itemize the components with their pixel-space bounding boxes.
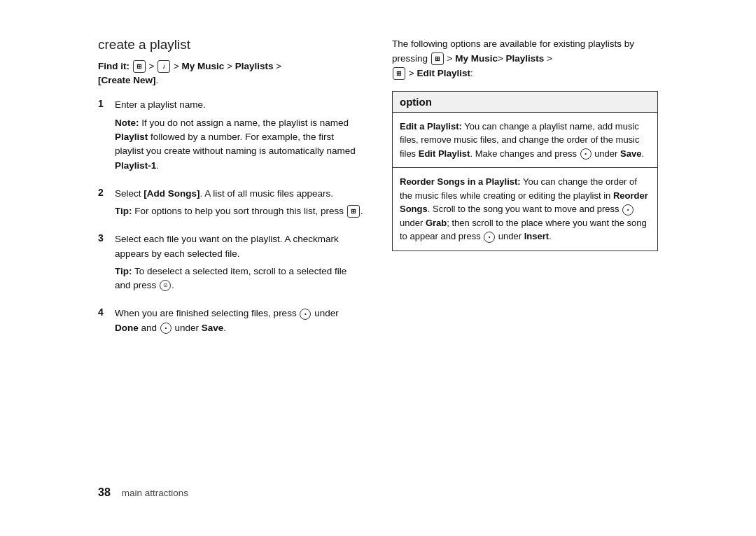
options-header: option xyxy=(393,92,657,113)
done-label: Done xyxy=(115,323,139,333)
find-it-label: Find it: xyxy=(98,61,130,71)
my-music-label: My Music xyxy=(182,61,225,71)
menu-icon-tip: ⊞ xyxy=(347,205,360,218)
step-2-num: 2 xyxy=(98,187,109,198)
playlist-bold: Playlist xyxy=(115,132,148,142)
note-label: Note: xyxy=(115,118,139,128)
tip3-label: Tip: xyxy=(115,266,132,276)
reorder-bold: Reorder Songs xyxy=(400,190,648,215)
step-1: 1 Enter a playlist name. Note: If you do… xyxy=(98,98,364,180)
edit-playlist-title: Edit a Playlist: xyxy=(400,121,462,132)
grab-bold: Grab xyxy=(426,218,447,228)
step-3-tip: Tip: To deselect a selected item, scroll… xyxy=(115,265,364,293)
menu-icon-right: ⊞ xyxy=(431,52,444,65)
option-row-reorder: Reorder Songs in a Playlist: You can cha… xyxy=(393,168,657,251)
edit-playlist-right: Edit Playlist xyxy=(416,68,470,78)
footer-label: main attractions xyxy=(122,488,188,498)
music-icon: ♪ xyxy=(158,60,170,73)
left-column: create a playlist Find it: ⊞ > ♪ > My Mu… xyxy=(98,37,364,499)
page-title: create a playlist xyxy=(98,37,364,52)
dot-btn-grab: • xyxy=(622,204,634,216)
footer-bar: 38 main attractions xyxy=(98,472,364,499)
save-label: Save xyxy=(202,323,224,333)
save-ep: Save xyxy=(620,148,641,159)
right-column: The following options are available for … xyxy=(392,37,658,499)
step-2-content: Select [Add Songs]. A list of all music … xyxy=(115,187,364,226)
step-2: 2 Select [Add Songs]. A list of all musi… xyxy=(98,187,364,226)
step-2-tip: Tip: For options to help you sort throug… xyxy=(115,204,364,218)
step-4: 4 When you are finished selecting files,… xyxy=(98,306,364,335)
playlists-label: Playlists xyxy=(235,61,274,71)
step-3-content: Select each file you want on the playlis… xyxy=(115,232,364,299)
playlist1-bold: Playlist-1 xyxy=(115,160,156,171)
step-1-content: Enter a playlist name. Note: If you do n… xyxy=(115,98,364,180)
dot-btn-done: • xyxy=(300,309,311,320)
options-table: option Edit a Playlist: You can change a… xyxy=(392,91,658,251)
reorder-title: Reorder Songs in a Playlist: xyxy=(400,176,521,187)
dot-btn-ep: • xyxy=(580,148,592,160)
menu-icon-right2: ⊞ xyxy=(393,67,405,80)
step-3: 3 Select each file you want on the playl… xyxy=(98,232,364,299)
create-new-label: [Create New] xyxy=(98,75,156,85)
step-1-text: Enter a playlist name. xyxy=(115,99,206,110)
find-it-line: Find it: ⊞ > ♪ > My Music > Playlists > … xyxy=(98,59,364,88)
step-4-num: 4 xyxy=(98,306,109,318)
dot-btn-insert: • xyxy=(484,232,495,243)
step-1-note: Note: If you do not assign a name, the p… xyxy=(115,116,364,173)
insert-bold: Insert xyxy=(524,231,549,241)
tip2-label: Tip: xyxy=(115,206,132,216)
page-container: create a playlist Find it: ⊞ > ♪ > My Mu… xyxy=(91,23,665,513)
option-row-edit: Edit a Playlist: You can change a playli… xyxy=(393,113,657,169)
intro-text: The following options are available for … xyxy=(392,37,658,81)
edit-playlist-bold: Edit Playlist xyxy=(419,148,470,159)
my-music-right: My Music xyxy=(455,53,498,64)
playlists-right: Playlists xyxy=(506,53,545,64)
step-3-num: 3 xyxy=(98,232,109,244)
circle-icon-1: ⊙ xyxy=(160,280,171,291)
add-songs-label: [Add Songs] xyxy=(144,188,200,199)
step-1-num: 1 xyxy=(98,98,109,109)
step-4-content: When you are finished selecting files, p… xyxy=(115,306,364,335)
dot-btn-save: • xyxy=(160,323,172,334)
menu-icon: ⊞ xyxy=(133,60,146,73)
steps-list: 1 Enter a playlist name. Note: If you do… xyxy=(98,98,364,342)
page-number: 38 xyxy=(98,486,111,499)
